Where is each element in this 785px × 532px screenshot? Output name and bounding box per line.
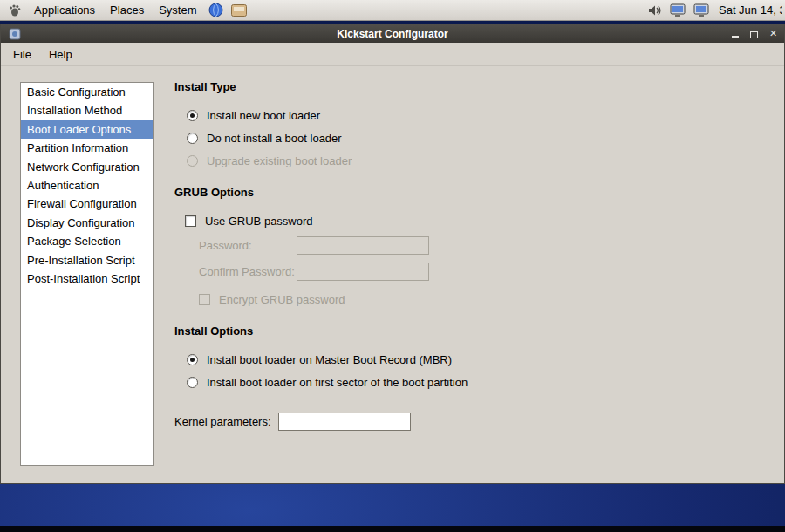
maximize-button[interactable] xyxy=(748,28,760,39)
window-menubar: File Help xyxy=(1,43,784,66)
sidebar-item-partition-information[interactable]: Partition Information xyxy=(21,139,153,157)
menu-system[interactable]: System xyxy=(152,1,203,19)
kernel-parameters-input[interactable] xyxy=(278,413,411,431)
window-titlebar[interactable]: Kickstart Configurator ✕ xyxy=(1,24,784,43)
install-type-heading: Install Type xyxy=(174,80,663,93)
window-icon xyxy=(8,27,22,41)
checkbox-use-grub-password[interactable] xyxy=(185,215,196,227)
checkbox-encrypt-grub-password xyxy=(199,294,210,305)
distro-logo-icon[interactable] xyxy=(5,1,24,20)
maximize-icon xyxy=(750,31,758,38)
radio-label: Do not install a boot loader xyxy=(207,132,342,145)
window-title: Kickstart Configurator xyxy=(1,28,784,40)
menu-help[interactable]: Help xyxy=(40,44,81,65)
sidebar-item-network-configuration[interactable]: Network Configuration xyxy=(21,158,153,176)
sidebar-item-post-installation-script[interactable]: Post-Installation Script xyxy=(21,269,153,288)
sidebar-item-installation-method[interactable]: Installation Method xyxy=(21,101,153,119)
checkbox-label: Encrypt GRUB password xyxy=(219,293,345,306)
checkbox-row-use-grub-password[interactable]: Use GRUB password xyxy=(174,209,663,232)
web-browser-icon[interactable] xyxy=(206,1,225,20)
radio-row-install-mbr[interactable]: Install boot loader on Master Boot Recor… xyxy=(174,348,663,371)
kickstart-configurator-window: Kickstart Configurator ✕ File Help Basic… xyxy=(0,24,785,484)
kernel-parameters-label: Kernel parameters: xyxy=(174,415,271,428)
radio-label: Install boot loader on first sector of t… xyxy=(207,376,468,389)
menu-applications[interactable]: Applications xyxy=(27,1,102,19)
confirm-password-field-row: Confirm Password: xyxy=(174,258,663,284)
confirm-password-input xyxy=(297,263,429,281)
radio-label: Upgrade existing boot loader xyxy=(207,154,352,167)
password-input xyxy=(297,236,429,255)
sidebar-item-pre-installation-script[interactable]: Pre-Installation Script xyxy=(21,251,153,269)
radio-install-new-boot-loader[interactable] xyxy=(187,110,198,121)
boot-loader-options-pane: Install Type Install new boot loader Do … xyxy=(174,80,663,431)
password-label: Password: xyxy=(199,239,297,252)
password-field-row: Password: xyxy=(174,232,663,258)
kernel-parameters-row: Kernel parameters: xyxy=(174,413,663,431)
radio-row-upgrade-existing: Upgrade existing boot loader xyxy=(174,149,663,172)
menu-file[interactable]: File xyxy=(4,44,40,65)
minimize-icon xyxy=(732,36,739,38)
install-options-heading: Install Options xyxy=(174,324,663,338)
radio-row-install-first-sector[interactable]: Install boot loader on first sector of t… xyxy=(174,371,663,393)
display-1-icon[interactable] xyxy=(668,1,687,20)
checkbox-row-encrypt-grub-password: Encrypt GRUB password xyxy=(174,288,663,310)
sidebar-item-boot-loader-options[interactable]: Boot Loader Options xyxy=(21,120,153,139)
category-list: Basic Configuration Installation Method … xyxy=(20,82,154,466)
sidebar-item-authentication[interactable]: Authentication xyxy=(21,176,153,194)
app-launcher-icon[interactable] xyxy=(229,1,249,20)
menu-places[interactable]: Places xyxy=(103,1,151,19)
radio-install-mbr[interactable] xyxy=(187,354,198,365)
close-button[interactable]: ✕ xyxy=(768,28,779,39)
grub-options-heading: GRUB Options xyxy=(174,186,663,199)
display-2-icon[interactable] xyxy=(692,1,711,20)
minimize-button[interactable] xyxy=(729,28,741,39)
sidebar-item-basic-configuration[interactable]: Basic Configuration xyxy=(21,83,153,101)
radio-label: Install boot loader on Master Boot Recor… xyxy=(207,353,452,366)
radio-row-do-not-install[interactable]: Do not install a boot loader xyxy=(174,126,663,149)
radio-do-not-install[interactable] xyxy=(187,133,198,144)
checkbox-label: Use GRUB password xyxy=(205,215,313,228)
confirm-password-label: Confirm Password: xyxy=(199,265,297,278)
sidebar-item-package-selection[interactable]: Package Selection xyxy=(21,232,153,250)
window-content: Basic Configuration Installation Method … xyxy=(1,66,784,483)
close-icon: ✕ xyxy=(769,28,777,39)
radio-install-first-sector[interactable] xyxy=(187,377,198,388)
volume-icon[interactable] xyxy=(645,1,664,20)
sidebar-item-display-configuration[interactable]: Display Configuration xyxy=(21,214,153,232)
top-panel: Applications Places System xyxy=(0,0,785,21)
sidebar-item-firewall-configuration[interactable]: Firewall Configuration xyxy=(21,194,153,213)
panel-clock[interactable]: Sat Jun 14, 3 xyxy=(713,3,782,17)
radio-row-install-new-boot-loader[interactable]: Install new boot loader xyxy=(174,104,663,126)
desktop-bottom-strip xyxy=(0,526,785,532)
radio-label: Install new boot loader xyxy=(207,109,320,122)
radio-upgrade-existing xyxy=(187,155,198,167)
